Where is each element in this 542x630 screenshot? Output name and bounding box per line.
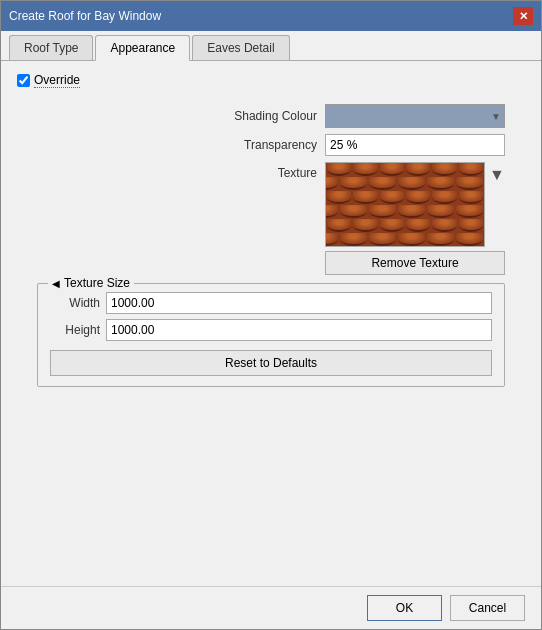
width-label: Width [50, 296, 100, 310]
shading-colour-select[interactable] [325, 104, 505, 128]
texture-label: Texture [227, 162, 317, 180]
width-row: Width [50, 292, 492, 314]
texture-size-legend: ◀ Texture Size [48, 276, 134, 290]
shading-colour-label: Shading Colour [227, 109, 317, 123]
height-row: Height [50, 319, 492, 341]
transparency-row: Transparency [37, 134, 505, 156]
ok-button[interactable]: OK [367, 595, 442, 621]
override-row: Override [17, 73, 525, 88]
cancel-button[interactable]: Cancel [450, 595, 525, 621]
tab-eaves-detail[interactable]: Eaves Detail [192, 35, 289, 60]
height-input[interactable] [106, 319, 492, 341]
tab-roof-type[interactable]: Roof Type [9, 35, 93, 60]
tab-content: Override Shading Colour ▼ Transparency T… [1, 61, 541, 586]
height-label: Height [50, 323, 100, 337]
shading-colour-wrapper: ▼ [325, 104, 505, 128]
override-checkbox[interactable] [17, 74, 30, 87]
transparency-input[interactable] [325, 134, 505, 156]
tab-bar: Roof Type Appearance Eaves Detail [1, 31, 541, 61]
shading-colour-row: Shading Colour ▼ [37, 104, 505, 128]
texture-scroll-icon[interactable]: ▼ [489, 166, 505, 184]
main-window: Create Roof for Bay Window ✕ Roof Type A… [0, 0, 542, 630]
form-area: Shading Colour ▼ Transparency Texture [17, 104, 525, 275]
title-bar: Create Roof for Bay Window ✕ [1, 1, 541, 31]
transparency-label: Transparency [227, 138, 317, 152]
override-label: Override [34, 73, 80, 88]
close-button[interactable]: ✕ [513, 7, 533, 25]
texture-size-group: ◀ Texture Size Width Height Reset to Def… [37, 283, 505, 387]
tile-pattern [326, 163, 484, 246]
remove-texture-button[interactable]: Remove Texture [325, 251, 505, 275]
window-title: Create Roof for Bay Window [9, 9, 161, 23]
texture-preview-wrapper: ▼ [325, 162, 505, 247]
texture-container: ▼ Remove Texture [325, 162, 505, 275]
collapse-arrow-icon: ◀ [52, 278, 60, 289]
tab-appearance[interactable]: Appearance [95, 35, 190, 61]
reset-defaults-button[interactable]: Reset to Defaults [50, 350, 492, 376]
texture-preview [325, 162, 485, 247]
texture-row: Texture [37, 162, 505, 275]
footer: OK Cancel [1, 586, 541, 629]
width-input[interactable] [106, 292, 492, 314]
